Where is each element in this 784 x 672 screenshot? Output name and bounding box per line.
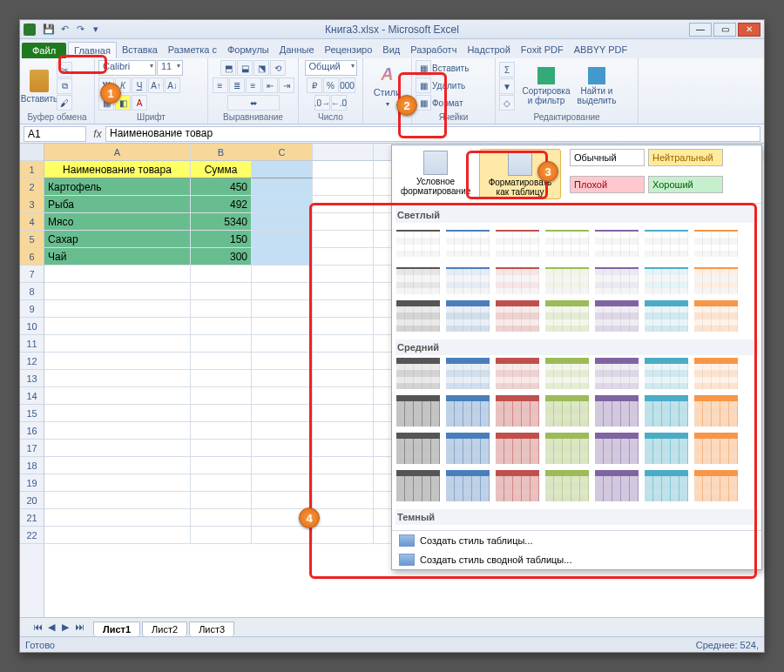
cell[interactable]: Наименование товара — [44, 161, 191, 178]
table-style-thumb[interactable] — [594, 394, 639, 427]
ribbon-tab-6[interactable]: Вид — [377, 42, 405, 58]
cell[interactable] — [44, 283, 191, 300]
table-style-thumb[interactable] — [693, 394, 739, 427]
table-style-thumb[interactable] — [693, 357, 739, 390]
sort-filter-button[interactable]: Сортировка и фильтр — [522, 64, 571, 108]
table-style-thumb[interactable] — [544, 225, 590, 258]
cell[interactable] — [252, 248, 313, 265]
table-style-thumb[interactable] — [495, 394, 540, 427]
table-style-thumb[interactable] — [445, 299, 490, 333]
inc-decimal-icon[interactable]: .0→ — [314, 95, 330, 111]
cell[interactable]: Сахар — [44, 231, 191, 248]
font-size-combo[interactable]: 11 — [157, 60, 183, 76]
align-right-icon[interactable]: ≡ — [246, 77, 261, 93]
row-header[interactable]: 4 — [20, 213, 44, 231]
clear-icon[interactable]: ◇ — [499, 95, 515, 111]
cell[interactable]: Чай — [44, 248, 191, 265]
cell[interactable] — [44, 405, 191, 422]
name-box[interactable]: A1 — [24, 126, 86, 142]
row-header[interactable]: 15 — [20, 405, 44, 422]
table-style-thumb[interactable] — [594, 299, 639, 333]
table-style-thumb[interactable] — [693, 469, 739, 502]
cell-style-normal[interactable]: Обычный — [570, 149, 645, 166]
row-header[interactable]: 19 — [20, 474, 44, 492]
table-style-thumb[interactable] — [495, 225, 540, 258]
cell[interactable]: Картофель — [44, 178, 191, 196]
font-color-icon[interactable]: A — [132, 95, 147, 111]
cell[interactable] — [44, 527, 191, 544]
table-style-thumb[interactable] — [693, 262, 739, 295]
table-style-thumb[interactable] — [395, 394, 441, 427]
table-style-thumb[interactable] — [495, 262, 540, 295]
row-header[interactable]: 14 — [20, 387, 44, 405]
row-header[interactable]: 16 — [20, 422, 44, 440]
prev-sheet-icon[interactable]: ◀ — [44, 622, 58, 633]
cell[interactable] — [252, 231, 313, 248]
cell[interactable] — [44, 387, 191, 405]
cell[interactable] — [44, 318, 191, 335]
table-style-thumb[interactable] — [544, 262, 590, 295]
row-header[interactable]: 5 — [20, 231, 44, 248]
table-style-thumb[interactable] — [445, 432, 490, 465]
cell[interactable] — [191, 335, 252, 353]
table-style-thumb[interactable] — [544, 432, 590, 465]
cut-icon[interactable]: ✂ — [57, 62, 72, 77]
table-style-thumb[interactable] — [445, 394, 490, 427]
copy-icon[interactable]: ⧉ — [57, 78, 72, 94]
new-pivot-style[interactable]: Создать стиль сводной таблицы... — [392, 550, 761, 569]
cell[interactable] — [252, 527, 313, 544]
cell[interactable] — [44, 370, 191, 387]
redo-icon[interactable]: ↷ — [73, 23, 87, 37]
table-style-thumb[interactable] — [594, 432, 639, 465]
align-top-icon[interactable]: ⬒ — [220, 60, 236, 76]
row-header[interactable]: 1 — [20, 161, 44, 178]
table-style-thumb[interactable] — [644, 357, 689, 390]
cell[interactable] — [252, 474, 313, 492]
cell[interactable] — [252, 387, 313, 405]
cell[interactable] — [252, 300, 313, 318]
next-sheet-icon[interactable]: ▶ — [58, 622, 72, 633]
cell[interactable] — [252, 353, 313, 370]
ribbon-tab-9[interactable]: Foxit PDF — [516, 42, 569, 58]
cell[interactable] — [191, 509, 252, 527]
cell[interactable] — [252, 335, 313, 353]
cell[interactable]: Сумма — [191, 161, 252, 178]
ribbon-tab-3[interactable]: Формулы — [222, 42, 274, 58]
save-icon[interactable]: 💾 — [42, 23, 56, 37]
comma-icon[interactable]: 000 — [340, 77, 355, 93]
table-style-thumb[interactable] — [445, 357, 490, 390]
cell[interactable] — [252, 492, 313, 509]
row-header[interactable]: 13 — [20, 370, 44, 387]
indent-inc-icon[interactable]: ⇥ — [279, 77, 294, 93]
cell[interactable] — [44, 492, 191, 509]
formula-input[interactable]: Наименование товар — [105, 126, 760, 142]
cell[interactable] — [191, 300, 252, 318]
new-table-style[interactable]: Создать стиль таблицы... — [392, 531, 761, 550]
cell[interactable]: 450 — [191, 178, 252, 196]
table-style-thumb[interactable] — [495, 299, 540, 333]
cell[interactable] — [252, 196, 313, 213]
ribbon-tab-0[interactable]: Главная — [68, 42, 117, 58]
cell[interactable] — [191, 527, 252, 544]
cell[interactable] — [252, 318, 313, 335]
format-painter-icon[interactable]: 🖌 — [57, 95, 72, 111]
fill-icon[interactable]: ▼ — [499, 78, 515, 94]
dec-decimal-icon[interactable]: ←.0 — [331, 95, 347, 111]
table-style-thumb[interactable] — [644, 469, 689, 502]
table-style-thumb[interactable] — [594, 357, 639, 390]
cell[interactable] — [191, 422, 252, 440]
col-header[interactable]: B — [191, 144, 252, 161]
ribbon-tab-7[interactable]: Разработч — [405, 42, 462, 58]
row-header[interactable]: 21 — [20, 509, 44, 527]
table-style-thumb[interactable] — [644, 394, 689, 427]
cell[interactable] — [252, 405, 313, 422]
cell[interactable]: 300 — [191, 248, 252, 265]
table-style-thumb[interactable] — [594, 469, 639, 502]
orientation-icon[interactable]: ⟲ — [270, 60, 286, 76]
row-header[interactable]: 18 — [20, 457, 44, 474]
cell[interactable] — [191, 440, 252, 457]
wrap-merge-icon[interactable]: ⬌ — [227, 95, 280, 111]
cell[interactable] — [44, 474, 191, 492]
table-style-thumb[interactable] — [693, 432, 739, 465]
delete-cells-icon[interactable]: ▦ — [416, 77, 431, 93]
